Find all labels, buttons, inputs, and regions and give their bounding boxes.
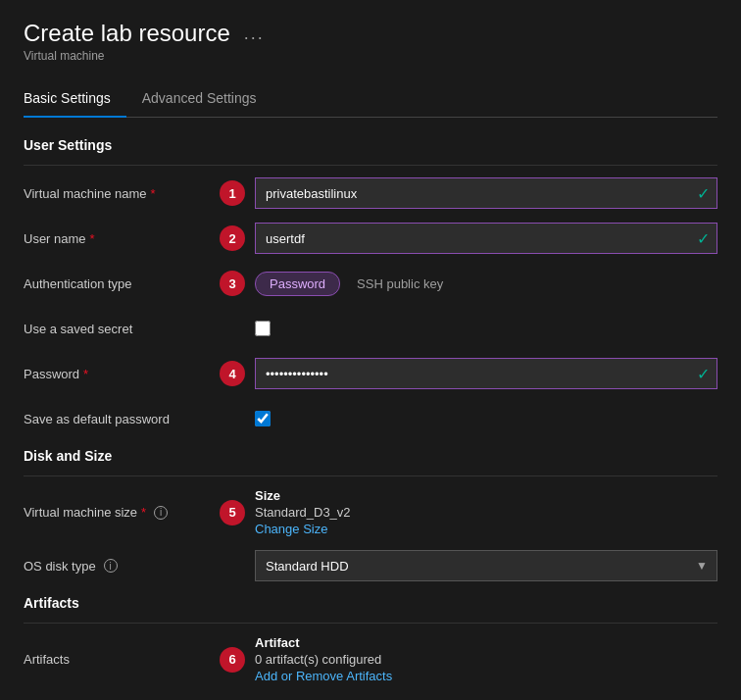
- user-name-row: User name * 2 ✓: [24, 223, 717, 254]
- password-input[interactable]: [255, 358, 717, 389]
- artifact-label: Artifact: [255, 635, 392, 650]
- password-row: Password * 4 ✓: [24, 358, 717, 389]
- step-3-badge: 3: [220, 271, 245, 296]
- auth-type-row: Authentication type 3 Password SSH publi…: [24, 268, 717, 299]
- page-title: Create lab resource: [24, 20, 230, 47]
- password-label: Password *: [24, 367, 220, 381]
- vm-name-check-icon: ✓: [697, 184, 710, 203]
- ellipsis-button[interactable]: ...: [238, 22, 271, 46]
- step-1-badge: 1: [220, 180, 245, 206]
- step-2-badge: 2: [220, 225, 245, 251]
- default-password-label: Save as default password: [24, 412, 220, 426]
- tab-advanced-settings[interactable]: Advanced Settings: [142, 82, 272, 118]
- os-disk-row: OS disk type i Standard HDD Standard SSD…: [24, 550, 717, 581]
- password-input-wrapper: ✓: [255, 358, 717, 389]
- saved-secret-label: Use a saved secret: [24, 322, 220, 336]
- step-6-badge: 6: [220, 647, 245, 673]
- user-name-check-icon: ✓: [697, 229, 710, 248]
- size-value: Standard_D3_v2: [255, 505, 351, 520]
- auth-ssh-option[interactable]: SSH public key: [342, 272, 458, 296]
- saved-secret-checkbox[interactable]: [255, 321, 271, 336]
- tab-bar: Basic Settings Advanced Settings: [24, 82, 717, 118]
- change-size-link[interactable]: Change Size: [255, 522, 351, 536]
- auth-password-option[interactable]: Password: [255, 272, 340, 296]
- saved-secret-checkbox-wrapper: [255, 321, 271, 336]
- disk-size-header: Disk and Size: [24, 448, 717, 464]
- user-name-label: User name *: [24, 231, 220, 246]
- page-subtitle: Virtual machine: [24, 49, 717, 63]
- os-disk-select[interactable]: Standard HDD Standard SSD Premium SSD: [255, 550, 717, 581]
- vm-name-label: Virtual machine name *: [24, 186, 220, 201]
- tab-basic-settings[interactable]: Basic Settings: [24, 82, 126, 118]
- step-4-badge: 4: [220, 361, 245, 386]
- artifact-info: Artifact 0 artifact(s) configured Add or…: [255, 635, 392, 683]
- vm-size-info: Size Standard_D3_v2 Change Size: [255, 488, 351, 536]
- os-disk-label: OS disk type i: [24, 559, 220, 574]
- saved-secret-row: Use a saved secret: [24, 313, 717, 344]
- default-password-checkbox-wrapper: [255, 411, 271, 426]
- user-name-input[interactable]: [255, 223, 717, 254]
- vm-size-label: Virtual machine size * i: [24, 505, 220, 520]
- vm-size-info-icon[interactable]: i: [154, 506, 168, 520]
- os-disk-dropdown-wrapper: Standard HDD Standard SSD Premium SSD ▼: [255, 550, 717, 581]
- default-password-checkbox[interactable]: [255, 411, 271, 426]
- size-label: Size: [255, 488, 351, 503]
- auth-type-label: Authentication type: [24, 276, 220, 291]
- step-5-badge: 5: [220, 500, 245, 525]
- add-remove-artifacts-link[interactable]: Add or Remove Artifacts: [255, 669, 392, 683]
- os-disk-info-icon[interactable]: i: [104, 559, 118, 573]
- auth-type-toggle: Password SSH public key: [255, 272, 458, 296]
- vm-name-input-wrapper: ✓: [255, 177, 717, 209]
- artifacts-label: Artifacts: [24, 652, 220, 667]
- default-password-row: Save as default password: [24, 403, 717, 434]
- user-settings-header: User Settings: [24, 137, 717, 153]
- artifact-count: 0 artifact(s) configured: [255, 652, 392, 667]
- vm-size-row: Virtual machine size * i 5 Size Standard…: [24, 488, 717, 536]
- vm-name-input[interactable]: [255, 177, 717, 209]
- user-name-input-wrapper: ✓: [255, 223, 717, 254]
- password-check-icon: ✓: [697, 365, 710, 383]
- artifacts-row: Artifacts 6 Artifact 0 artifact(s) confi…: [24, 635, 717, 683]
- artifacts-header: Artifacts: [24, 595, 717, 611]
- vm-name-row: Virtual machine name * 1 ✓: [24, 177, 717, 209]
